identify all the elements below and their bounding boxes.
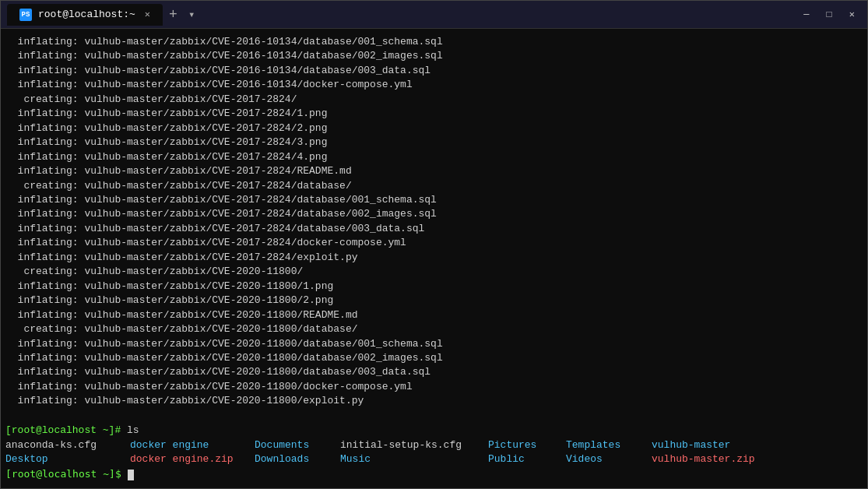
terminal-line: inflating: vulhub-master/zabbix/CVE-2020…: [5, 365, 863, 379]
terminal-line: inflating: vulhub-master/zabbix/CVE-2017…: [5, 251, 863, 265]
maximize-button[interactable]: □: [821, 8, 838, 22]
tab-close-button[interactable]: ✕: [145, 9, 150, 20]
terminal-window: PS root@localhost:~ ✕ + ▾ — □ ✕ inflatin…: [0, 0, 868, 489]
tab-area: PS root@localhost:~ ✕ + ▾: [7, 4, 797, 26]
tab-title: root@localhost:~: [38, 9, 135, 20]
terminal-line: creating: vulhub-master/zabbix/CVE-2017-…: [5, 93, 863, 107]
window-controls: — □ ✕: [797, 7, 861, 22]
terminal-line: inflating: vulhub-master/zabbix/CVE-2020…: [5, 380, 863, 394]
final-prompt-line: [root@localhost ~]$: [5, 467, 863, 482]
minimize-button[interactable]: —: [797, 8, 815, 22]
terminal-line: creating: vulhub-master/zabbix/CVE-2017-…: [5, 179, 863, 193]
terminal-line: inflating: vulhub-master/zabbix/CVE-2017…: [5, 135, 863, 150]
active-tab[interactable]: PS root@localhost:~ ✕: [7, 4, 163, 26]
terminal-line: inflating: vulhub-master/zabbix/CVE-2016…: [5, 35, 863, 49]
dropdown-button[interactable]: ▾: [184, 8, 199, 21]
terminal-body[interactable]: inflating: vulhub-master/zabbix/CVE-2016…: [1, 29, 867, 488]
terminal-line: creating: vulhub-master/zabbix/CVE-2020-…: [5, 322, 863, 336]
terminal-line: inflating: vulhub-master/zabbix/CVE-2017…: [5, 107, 863, 121]
new-tab-button[interactable]: +: [163, 7, 184, 23]
terminal-line: inflating: vulhub-master/zabbix/CVE-2020…: [5, 337, 863, 351]
terminal-line: inflating: vulhub-master/zabbix/CVE-2017…: [5, 236, 863, 250]
terminal-line: inflating: vulhub-master/zabbix/CVE-2016…: [5, 78, 863, 92]
terminal-line: inflating: vulhub-master/zabbix/CVE-2017…: [5, 222, 863, 236]
terminal-line: inflating: vulhub-master/zabbix/CVE-2016…: [5, 49, 863, 63]
ls-output: [root@localhost ~]# lsanaconda-ks.cfgdoc…: [5, 424, 863, 466]
terminal-line: inflating: vulhub-master/zabbix/CVE-2020…: [5, 394, 863, 408]
titlebar: PS root@localhost:~ ✕ + ▾ — □ ✕: [1, 1, 867, 28]
terminal-line: inflating: vulhub-master/zabbix/CVE-2016…: [5, 64, 863, 78]
tab-icon: PS: [19, 9, 32, 21]
terminal-line: inflating: vulhub-master/zabbix/CVE-2017…: [5, 150, 863, 164]
terminal-line: inflating: vulhub-master/zabbix/CVE-2020…: [5, 294, 863, 308]
terminal-line: inflating: vulhub-master/zabbix/CVE-2020…: [5, 351, 863, 365]
terminal-line: inflating: vulhub-master/zabbix/CVE-2017…: [5, 121, 863, 135]
terminal-line: inflating: vulhub-master/zabbix/CVE-2017…: [5, 207, 863, 221]
terminal-line: inflating: vulhub-master/zabbix/CVE-2020…: [5, 280, 863, 294]
ls-row: Desktopdocker engine.zipDownloadsMusicPu…: [5, 452, 863, 466]
terminal-line: inflating: vulhub-master/zabbix/CVE-2017…: [5, 193, 863, 207]
close-button[interactable]: ✕: [843, 7, 861, 22]
ls-row: anaconda-ks.cfgdocker engineDocumentsini…: [5, 438, 863, 452]
terminal-line: creating: vulhub-master/zabbix/CVE-2020-…: [5, 265, 863, 279]
output-area: inflating: vulhub-master/zabbix/CVE-2016…: [5, 35, 863, 422]
ls-command-line: [root@localhost ~]# ls: [5, 424, 863, 438]
terminal-line: inflating: vulhub-master/zabbix/CVE-2017…: [5, 164, 863, 178]
terminal-line: inflating: vulhub-master/zabbix/CVE-2020…: [5, 308, 863, 322]
